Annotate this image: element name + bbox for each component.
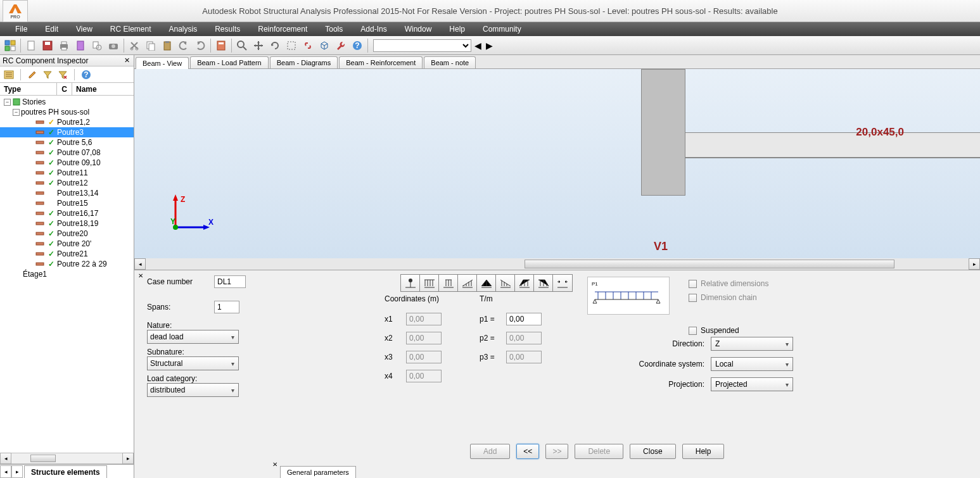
tree-item[interactable]: Poutre13,14 — [0, 188, 134, 198]
load-trapezoidal-left-icon[interactable] — [515, 275, 534, 291]
tb-link-icon[interactable] — [300, 38, 315, 53]
tb-page-icon[interactable] — [73, 38, 88, 53]
p1-input[interactable] — [506, 313, 542, 325]
tree-item[interactable]: ✓Poutre 5,6 — [0, 137, 134, 148]
prev-button[interactable]: << — [516, 444, 539, 459]
nav-next-icon[interactable]: ▶ — [484, 38, 494, 53]
inspector-close-icon[interactable]: ✕ — [122, 56, 131, 65]
tree-item[interactable]: ✓Poutre 07,08 — [0, 148, 134, 158]
next-button[interactable]: >> — [545, 444, 568, 459]
structure-elements-tab[interactable]: Structure elements — [24, 465, 107, 478]
menu-results[interactable]: Results — [206, 22, 249, 36]
add-button[interactable]: Add — [470, 444, 510, 459]
tree-item[interactable]: ✓Poutre18,19 — [0, 218, 134, 229]
viewport-hscroll[interactable]: ◂ ▸ — [134, 258, 980, 270]
menu-view[interactable]: View — [67, 22, 101, 36]
tb-calc-icon[interactable] — [213, 38, 229, 53]
help-button[interactable]: Help — [682, 444, 725, 459]
menu-file[interactable]: File — [6, 22, 36, 36]
tree-collapse-icon[interactable]: − — [4, 99, 11, 106]
tb-help-icon[interactable]: ? — [350, 38, 365, 53]
inspector-edit-icon[interactable] — [26, 68, 39, 81]
tb-copy-icon[interactable] — [143, 38, 158, 53]
load-axial-icon[interactable] — [553, 275, 572, 291]
tree-item[interactable]: Poutre15 — [0, 198, 134, 208]
tb-zoom-icon[interactable] — [234, 38, 250, 53]
menu-reinforcement[interactable]: Reinforcement — [249, 22, 316, 36]
tb-new-icon[interactable] — [23, 38, 39, 53]
load-triangular-right-icon[interactable] — [496, 275, 515, 291]
inspector-filter-x-icon[interactable] — [56, 68, 69, 81]
coord-system-select[interactable]: Local — [711, 357, 793, 371]
inspector-tree[interactable]: − Stories − poutres PH sous-sol ✓Poutre1… — [0, 96, 134, 453]
tab-scroll-left-icon[interactable]: ◂ — [0, 465, 11, 478]
tree-item[interactable]: ✓Poutre12 — [0, 178, 134, 188]
tree-item[interactable]: ✓Poutre 09,10 — [0, 158, 134, 168]
inspector-list-icon[interactable] — [3, 68, 15, 81]
tree-item[interactable]: ✓Poutre11 — [0, 168, 134, 178]
tab-beam-note[interactable]: Beam - note — [424, 56, 476, 68]
toolbar-combo[interactable] — [373, 39, 471, 52]
inspector-hscroll[interactable]: ◂ ▸ — [0, 453, 134, 464]
tb-layout-icon[interactable] — [3, 38, 18, 53]
direction-select[interactable]: Z — [711, 337, 793, 351]
tb-pan-icon[interactable] — [251, 38, 266, 53]
delete-button[interactable]: Delete — [575, 444, 623, 459]
panel-close-icon[interactable]: ✕ — [137, 272, 144, 279]
case-number-input[interactable] — [214, 275, 246, 288]
load-point-icon[interactable] — [401, 275, 420, 291]
tree-item[interactable]: ✓Poutre 20' — [0, 239, 134, 249]
menu-tools[interactable]: Tools — [316, 22, 352, 36]
menu-analysis[interactable]: Analysis — [160, 22, 207, 36]
load-partial-icon[interactable] — [439, 275, 458, 291]
tree-level[interactable]: − poutres PH sous-sol — [0, 107, 134, 117]
menu-community[interactable]: Community — [474, 22, 530, 36]
menu-rc-element[interactable]: RC Element — [101, 22, 160, 36]
tree-item[interactable]: ✓Poutre16,17 — [0, 208, 134, 218]
tb-print-icon[interactable] — [56, 38, 72, 53]
tab-beam-diagrams[interactable]: Beam - Diagrams — [270, 56, 338, 68]
tb-cut-icon[interactable] — [127, 38, 142, 53]
tb-3d-icon[interactable] — [317, 38, 332, 53]
tree-item[interactable]: ✓Poutre3 — [0, 127, 134, 137]
close-button[interactable]: Close — [630, 444, 676, 459]
tree-root[interactable]: − Stories — [0, 97, 134, 107]
tb-window-icon[interactable] — [284, 38, 299, 53]
nature-select[interactable]: dead load — [147, 330, 239, 344]
tb-rotate-icon[interactable] — [267, 38, 283, 53]
load-triangular-left-icon[interactable] — [458, 275, 477, 291]
inspector-filter-icon[interactable] — [41, 68, 54, 81]
tree-item[interactable]: ✓Poutre 22 à 29 — [0, 259, 134, 269]
tb-wrench-icon[interactable] — [333, 38, 348, 53]
menu-window[interactable]: Window — [396, 22, 441, 36]
tb-undo-icon[interactable] — [176, 38, 191, 53]
spans-input[interactable] — [214, 301, 239, 313]
gen-params-close-icon[interactable]: ✕ — [271, 458, 279, 470]
tree-item[interactable]: ✓Poutre20 — [0, 229, 134, 239]
menu-help[interactable]: Help — [440, 22, 474, 36]
tree-item[interactable]: ✓Poutre21 — [0, 249, 134, 259]
subnature-select[interactable]: Structural — [147, 356, 239, 370]
tb-save-icon[interactable] — [40, 38, 55, 53]
tab-beam-view[interactable]: Beam - View — [136, 57, 189, 69]
menu-addins[interactable]: Add-Ins — [352, 22, 395, 36]
tab-scroll-right-icon[interactable]: ▸ — [11, 465, 23, 478]
menu-edit[interactable]: Edit — [36, 22, 67, 36]
tree-etage[interactable]: Étage1 — [0, 269, 134, 279]
tb-paste-icon[interactable] — [160, 38, 175, 53]
load-trapezoidal-right-icon[interactable] — [534, 275, 553, 291]
tab-beam-reinforcement[interactable]: Beam - Reinforcement — [339, 56, 423, 68]
tree-item[interactable]: ✓Poutre1,2 — [0, 117, 134, 127]
inspector-help-icon[interactable]: ? — [80, 68, 92, 81]
tb-camera-icon[interactable] — [106, 38, 121, 53]
load-uniform-icon[interactable] — [420, 275, 439, 291]
general-parameters-tab[interactable]: General parameters — [280, 466, 356, 478]
load-triangular-center-icon[interactable] — [477, 275, 496, 291]
beam-viewport[interactable]: 20,0x45,0 V1 Z X Y ◂ ▸ — [134, 69, 980, 270]
tab-beam-load-pattern[interactable]: Beam - Load Pattern — [190, 56, 269, 68]
tree-collapse-icon[interactable]: − — [13, 109, 20, 116]
tb-redo-icon[interactable] — [193, 38, 208, 53]
tb-print-preview-icon[interactable] — [89, 38, 105, 53]
load-category-select[interactable]: distributed — [147, 383, 239, 397]
nav-prev-icon[interactable]: ◀ — [473, 38, 483, 53]
